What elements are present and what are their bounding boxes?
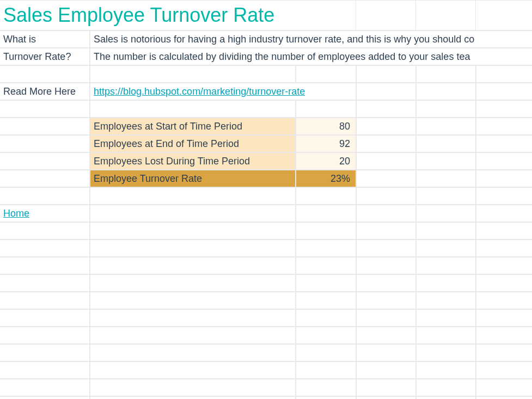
empty-cell[interactable] (0, 344, 90, 361)
empty-cell[interactable] (90, 327, 296, 344)
empty-cell[interactable] (90, 292, 296, 309)
empty-cell[interactable] (90, 344, 296, 361)
empty-cell[interactable] (476, 135, 532, 152)
empty-cell[interactable] (0, 65, 90, 83)
empty-cell[interactable] (356, 118, 416, 135)
empty-cell[interactable] (476, 379, 532, 396)
empty-cell[interactable] (356, 361, 416, 379)
empty-cell[interactable] (356, 187, 416, 205)
empty-cell[interactable] (0, 135, 90, 152)
empty-cell[interactable] (356, 135, 416, 152)
empty-cell[interactable] (90, 222, 296, 240)
empty-cell[interactable] (416, 135, 476, 152)
empty-cell[interactable] (0, 292, 90, 309)
empty-cell[interactable] (90, 274, 296, 292)
empty-cell[interactable] (296, 292, 356, 309)
empty-cell[interactable] (476, 274, 532, 292)
empty-cell[interactable] (416, 240, 476, 257)
empty-cell[interactable] (476, 257, 532, 274)
empty-cell[interactable] (476, 222, 532, 240)
empty-cell[interactable] (416, 100, 476, 118)
empty-cell[interactable] (356, 327, 416, 344)
empty-cell[interactable] (296, 274, 356, 292)
empty-cell[interactable] (476, 65, 532, 83)
empty-cell[interactable] (356, 344, 416, 361)
empty-cell[interactable] (90, 257, 296, 274)
empty-cell[interactable] (90, 187, 296, 205)
empty-cell[interactable] (416, 222, 476, 240)
empty-cell[interactable] (0, 222, 90, 240)
empty-cell[interactable] (0, 309, 90, 327)
empty-cell[interactable] (356, 152, 416, 170)
empty-cell[interactable] (296, 257, 356, 274)
empty-cell[interactable] (356, 65, 416, 83)
empty-cell[interactable] (356, 0, 416, 30)
empty-cell[interactable] (0, 170, 90, 187)
empty-cell[interactable] (296, 344, 356, 361)
empty-cell[interactable] (0, 327, 90, 344)
empty-cell[interactable] (476, 361, 532, 379)
empty-cell[interactable] (356, 240, 416, 257)
empty-cell[interactable] (476, 152, 532, 170)
empty-cell[interactable] (296, 100, 356, 118)
empty-cell[interactable] (476, 327, 532, 344)
empty-cell[interactable] (90, 379, 296, 396)
empty-cell[interactable] (296, 240, 356, 257)
home-link[interactable]: Home (0, 205, 90, 222)
empty-cell[interactable] (356, 170, 416, 187)
empty-cell[interactable] (476, 344, 532, 361)
empty-cell[interactable] (0, 240, 90, 257)
empty-cell[interactable] (296, 309, 356, 327)
empty-cell[interactable] (356, 222, 416, 240)
empty-cell[interactable] (90, 309, 296, 327)
empty-cell[interactable] (476, 309, 532, 327)
empty-cell[interactable] (90, 361, 296, 379)
empty-cell[interactable] (356, 100, 416, 118)
empty-cell[interactable] (0, 152, 90, 170)
empty-cell[interactable] (356, 309, 416, 327)
empty-cell[interactable] (296, 222, 356, 240)
metric-value[interactable]: 20 (296, 152, 356, 170)
empty-cell[interactable] (90, 100, 296, 118)
empty-cell[interactable] (0, 187, 90, 205)
empty-cell[interactable] (416, 292, 476, 309)
empty-cell[interactable] (296, 396, 356, 399)
empty-cell[interactable] (296, 205, 356, 222)
empty-cell[interactable] (416, 327, 476, 344)
empty-cell[interactable] (0, 274, 90, 292)
empty-cell[interactable] (416, 65, 476, 83)
empty-cell[interactable] (416, 361, 476, 379)
empty-cell[interactable] (0, 396, 90, 399)
empty-cell[interactable] (0, 379, 90, 396)
empty-cell[interactable] (416, 274, 476, 292)
empty-cell[interactable] (296, 327, 356, 344)
read-more-link[interactable]: https://blog.hubspot.com/marketing/turno… (90, 83, 356, 100)
empty-cell[interactable] (476, 396, 532, 399)
empty-cell[interactable] (476, 0, 532, 30)
empty-cell[interactable] (296, 361, 356, 379)
empty-cell[interactable] (296, 65, 356, 83)
empty-cell[interactable] (296, 187, 356, 205)
empty-cell[interactable] (416, 118, 476, 135)
empty-cell[interactable] (416, 309, 476, 327)
metric-value[interactable]: 80 (296, 118, 356, 135)
empty-cell[interactable] (0, 257, 90, 274)
empty-cell[interactable] (356, 257, 416, 274)
empty-cell[interactable] (90, 240, 296, 257)
empty-cell[interactable] (476, 118, 532, 135)
metric-value[interactable]: 92 (296, 135, 356, 152)
empty-cell[interactable] (0, 118, 90, 135)
empty-cell[interactable] (356, 379, 416, 396)
empty-cell[interactable] (476, 170, 532, 187)
empty-cell[interactable] (416, 170, 476, 187)
empty-cell[interactable] (416, 0, 476, 30)
empty-cell[interactable] (476, 187, 532, 205)
empty-cell[interactable] (476, 292, 532, 309)
empty-cell[interactable] (0, 361, 90, 379)
empty-cell[interactable] (90, 396, 296, 399)
empty-cell[interactable] (90, 65, 296, 83)
empty-cell[interactable] (416, 379, 476, 396)
empty-cell[interactable] (0, 100, 90, 118)
empty-cell[interactable] (476, 240, 532, 257)
empty-cell[interactable] (416, 83, 476, 100)
